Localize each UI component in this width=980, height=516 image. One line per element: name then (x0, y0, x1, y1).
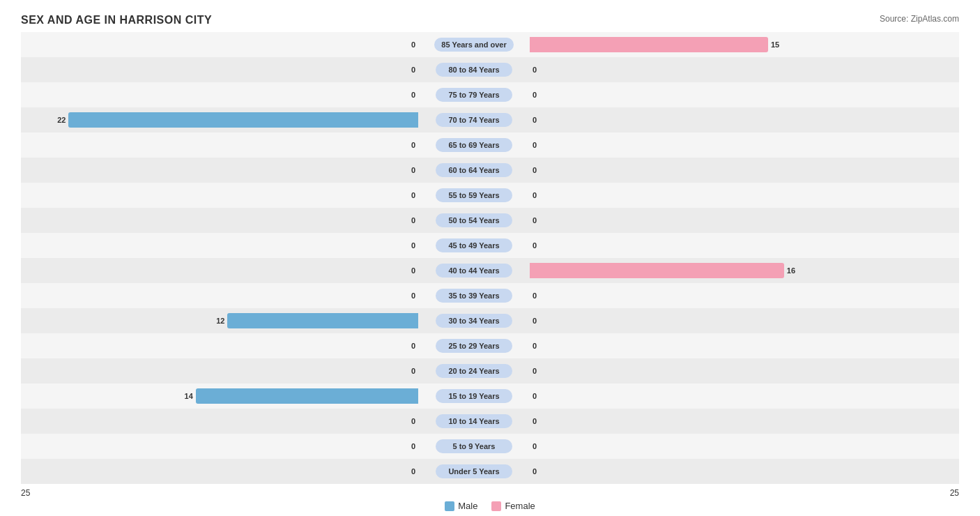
age-label-wrapper: 65 to 69 Years (418, 138, 530, 152)
age-label: 55 to 59 Years (436, 188, 512, 202)
right-section: 0 (530, 183, 927, 208)
legend-male: Male (445, 501, 477, 511)
female-zero-label: 0 (533, 417, 537, 425)
left-section: 22 (21, 107, 418, 132)
male-zero-label: 0 (411, 216, 415, 225)
right-section: 0 (530, 82, 927, 107)
male-color-swatch (445, 501, 454, 511)
bar-row: 010 to 14 Years0 (21, 409, 959, 434)
age-label-wrapper: 75 to 79 Years (418, 88, 530, 102)
age-label-wrapper: 25 to 29 Years (418, 339, 530, 353)
age-label-wrapper: 10 to 14 Years (418, 414, 530, 428)
left-section: 0 (21, 233, 418, 258)
right-section: 0 (530, 409, 927, 434)
right-section: 0 (530, 132, 927, 158)
bar-row: 075 to 79 Years0 (21, 82, 959, 107)
right-section: 0 (530, 434, 927, 459)
right-section: 15 (530, 32, 927, 57)
female-zero-label: 0 (533, 291, 537, 300)
bar-row: 2270 to 74 Years0 (21, 107, 959, 132)
right-section: 0 (530, 308, 927, 333)
age-label-wrapper: 60 to 64 Years (418, 163, 530, 177)
right-section: 0 (530, 208, 927, 233)
female-zero-label: 0 (533, 241, 537, 250)
age-label-wrapper: 80 to 84 Years (418, 63, 530, 77)
left-section: 0 (21, 132, 418, 158)
male-zero-label: 0 (411, 166, 415, 174)
male-value-label: 14 (185, 392, 193, 400)
male-zero-label: 0 (411, 40, 415, 49)
legend-female: Female (491, 501, 535, 511)
right-section: 0 (530, 158, 927, 183)
right-section: 0 (530, 333, 927, 358)
left-section: 0 (21, 459, 418, 484)
axis-row: 25 25 (21, 488, 959, 498)
left-section: 0 (21, 57, 418, 82)
right-section: 0 (530, 384, 927, 409)
female-zero-label: 0 (533, 442, 537, 450)
male-zero-label: 0 (411, 266, 415, 275)
left-section: 0 (21, 158, 418, 183)
age-label: 70 to 74 Years (436, 113, 512, 127)
age-label-wrapper: Under 5 Years (418, 464, 530, 478)
female-zero-label: 0 (533, 467, 537, 476)
left-section: 0 (21, 183, 418, 208)
left-section: 0 (21, 82, 418, 107)
age-label: 10 to 14 Years (436, 414, 512, 428)
male-value-label: 22 (57, 116, 66, 124)
female-value-label: 15 (771, 40, 779, 49)
male-zero-label: 0 (411, 141, 415, 149)
age-label-wrapper: 15 to 19 Years (418, 389, 530, 403)
chart-title: SEX AND AGE IN HARRISON CITY (21, 14, 959, 26)
age-label: 75 to 79 Years (436, 88, 512, 102)
left-section: 14 (21, 384, 418, 409)
age-label-wrapper: 30 to 34 Years (418, 314, 530, 328)
legend-male-label: Male (458, 501, 477, 511)
right-section: 16 (530, 258, 927, 283)
legend: Male Female (21, 501, 959, 511)
female-zero-label: 0 (533, 216, 537, 225)
right-section: 0 (530, 57, 927, 82)
female-zero-label: 0 (533, 392, 537, 400)
male-zero-label: 0 (411, 241, 415, 250)
age-label-wrapper: 35 to 39 Years (418, 289, 530, 303)
left-section: 0 (21, 333, 418, 358)
age-label: 15 to 19 Years (436, 389, 512, 403)
female-value-label: 16 (787, 266, 795, 275)
age-label-wrapper: 45 to 49 Years (418, 238, 530, 252)
female-zero-label: 0 (533, 91, 537, 99)
age-label: 60 to 64 Years (436, 163, 512, 177)
age-label-wrapper: 40 to 44 Years (418, 264, 530, 278)
male-zero-label: 0 (411, 417, 415, 425)
male-zero-label: 0 (411, 191, 415, 199)
age-label: 20 to 24 Years (436, 364, 512, 378)
right-section: 0 (530, 283, 927, 308)
bar-row: 05 to 9 Years0 (21, 434, 959, 459)
bar-row: 0Under 5 Years0 (21, 459, 959, 484)
age-label: Under 5 Years (436, 464, 512, 478)
bar-row: 020 to 24 Years0 (21, 358, 959, 384)
bar-row: 045 to 49 Years0 (21, 233, 959, 258)
female-zero-label: 0 (533, 367, 537, 375)
axis-left: 25 (21, 488, 30, 498)
male-zero-label: 0 (411, 442, 415, 450)
bar-row: 065 to 69 Years0 (21, 132, 959, 158)
bar-row: 085 Years and over15 (21, 32, 959, 57)
bar-row: 060 to 64 Years0 (21, 158, 959, 183)
male-value-label: 12 (216, 317, 224, 325)
female-zero-label: 0 (533, 342, 537, 350)
source-label: Source: ZipAtlas.com (880, 14, 959, 24)
female-zero-label: 0 (533, 317, 537, 325)
age-label: 85 Years and over (434, 38, 513, 52)
left-section: 0 (21, 434, 418, 459)
age-label: 5 to 9 Years (436, 439, 512, 453)
left-section: 0 (21, 409, 418, 434)
chart-area: 085 Years and over15080 to 84 Years0075 … (21, 32, 959, 484)
chart-container: SEX AND AGE IN HARRISON CITY Source: Zip… (0, 0, 980, 516)
age-label-wrapper: 55 to 59 Years (418, 188, 530, 202)
left-section: 0 (21, 358, 418, 384)
age-label-wrapper: 20 to 24 Years (418, 364, 530, 378)
female-zero-label: 0 (533, 66, 537, 74)
age-label: 50 to 54 Years (436, 213, 512, 227)
bar-row: 040 to 44 Years16 (21, 258, 959, 283)
